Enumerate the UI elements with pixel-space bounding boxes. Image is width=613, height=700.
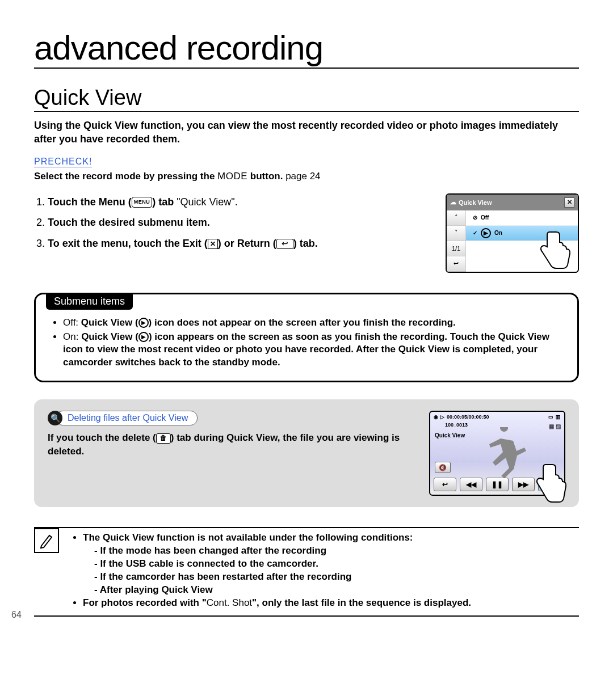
mode-word: MODE — [217, 171, 247, 182]
off-text-a: Quick View ( — [81, 317, 138, 328]
back-button[interactable]: ↩ — [434, 478, 456, 491]
cont-shot: Cont. Shot — [207, 597, 252, 608]
quickview-label: Quick View — [435, 432, 465, 438]
dancer-silhouette — [476, 427, 532, 478]
step1-quote: "Quick View". — [177, 196, 237, 208]
step3-c: ) tab. — [293, 238, 318, 249]
lcd-quickview-menu: ☁ Quick View ✕ ˄ ˅ 1/1 ↩ ⊘ Off ✓ ▶ On — [446, 193, 579, 273]
card-icon: ▭ — [548, 414, 553, 420]
precheck-after: button. — [247, 171, 285, 182]
menu-icon: MENU — [132, 197, 153, 208]
play-circle-icon: ▶ — [138, 318, 149, 328]
step2-text: Touch the desired submenu item. — [48, 217, 210, 228]
up-button[interactable]: ˄ — [447, 210, 465, 226]
step-3: To exit the menu, touch the Exit (✕) or … — [48, 235, 429, 252]
note1-d2: - If the USB cable is connected to the c… — [94, 558, 471, 571]
step-2: Touch the desired submenu item. — [48, 214, 429, 231]
delete-text-a: If you touch the delete ( — [48, 432, 156, 443]
step3-a: To exit the menu, touch the Exit ( — [48, 238, 208, 249]
pause-button[interactable]: ❚❚ — [486, 478, 509, 491]
section-title: Quick View — [34, 86, 579, 112]
close-icon[interactable]: ✕ — [564, 197, 574, 208]
steps-list: Touch the Menu (MENU) tab "Quick View". … — [34, 193, 429, 273]
precheck-text: Select the record mode by pressing the M… — [34, 171, 579, 182]
note1-d3: - If the camcorder has been restarted af… — [94, 571, 471, 584]
play-circle-icon: ▶ — [138, 332, 149, 342]
lcd-title: Quick View — [459, 199, 492, 206]
note1-d1: - If the mode has been changed after the… — [94, 545, 471, 558]
hand-pointer-icon — [532, 226, 572, 272]
submenu-on: On: Quick View (▶) icon appears on the s… — [63, 331, 567, 370]
qv-circle-icon: ◉ — [434, 414, 438, 420]
step1-b: ) tab — [152, 196, 177, 208]
note2-a: For photos recorded with " — [83, 597, 207, 608]
submenu-box: Submenu items Off: Quick View (▶) icon d… — [34, 293, 579, 383]
exit-icon: ✕ — [208, 239, 218, 249]
delete-text: If you touch the delete (🗑) tab during Q… — [48, 431, 412, 458]
step-1: Touch the Menu (MENU) tab "Quick View". — [48, 193, 429, 211]
intro-text: Using the Quick View function, you can v… — [34, 119, 579, 146]
on-text-a: Quick View ( — [81, 331, 138, 342]
note1-d4: - After playing Quick View — [94, 584, 471, 597]
off-label: Off — [481, 214, 489, 221]
cloud-icon: ☁ — [450, 199, 456, 206]
precheck-label: PRECHECK! — [34, 157, 92, 167]
down-button[interactable]: ˅ — [447, 226, 465, 241]
off-text-b: ) icon does not appear on the screen aft… — [149, 317, 456, 328]
delete-title: Deleting files after Quick View — [56, 411, 198, 425]
play-indicator-icon: ▷ — [440, 414, 444, 420]
on-label: On: — [63, 331, 81, 342]
check-icon: ✓ — [473, 230, 477, 236]
time-counter: 00:00:05/00:00:50 — [447, 414, 489, 420]
step1-a: Touch the Menu ( — [48, 196, 132, 208]
trash-icon: 🗑 — [156, 433, 171, 444]
rewind-button[interactable]: ◀◀ — [460, 478, 482, 491]
volume-button[interactable]: 🔇 — [435, 462, 451, 473]
submenu-title: Submenu items — [46, 293, 133, 310]
battery-icon: ▥ — [556, 414, 561, 420]
precheck-before: Select the record mode by pressing the — [34, 171, 217, 182]
circle-slash-icon: ⊘ — [473, 214, 477, 221]
res-icon: ▦ — [549, 423, 554, 429]
on-label: On — [494, 230, 502, 236]
delete-info-box: 🔍 Deleting files after Quick View If you… — [34, 399, 579, 507]
note-icon — [34, 528, 59, 553]
mode-icon: ▨ — [556, 423, 561, 429]
off-label: Off: — [63, 317, 81, 328]
note1-text: The Quick View function is not available… — [83, 532, 413, 543]
page-indicator: 1/1 — [447, 241, 465, 256]
note2-b: ", only the last file in the sequence is… — [252, 597, 471, 608]
back-button[interactable]: ↩ — [447, 256, 465, 272]
option-off[interactable]: ⊘ Off — [466, 210, 578, 226]
notes-block: The Quick View function is not available… — [34, 527, 579, 617]
step3-b: ) or Return ( — [218, 238, 276, 249]
precheck-block: PRECHECK! Select the record mode by pres… — [34, 157, 579, 182]
page-title: advanced recording — [34, 28, 579, 69]
return-icon: ↩ — [276, 239, 293, 249]
page-number: 64 — [11, 610, 556, 620]
play-circle-icon: ▶ — [481, 228, 491, 238]
hand-pointer-icon — [528, 459, 568, 507]
note-2: For photos recorded with "Cont. Shot", o… — [83, 597, 471, 610]
submenu-off: Off: Quick View (▶) icon does not appear… — [63, 317, 567, 330]
page-ref: page 24 — [285, 171, 320, 182]
note-1: The Quick View function is not available… — [83, 532, 471, 597]
